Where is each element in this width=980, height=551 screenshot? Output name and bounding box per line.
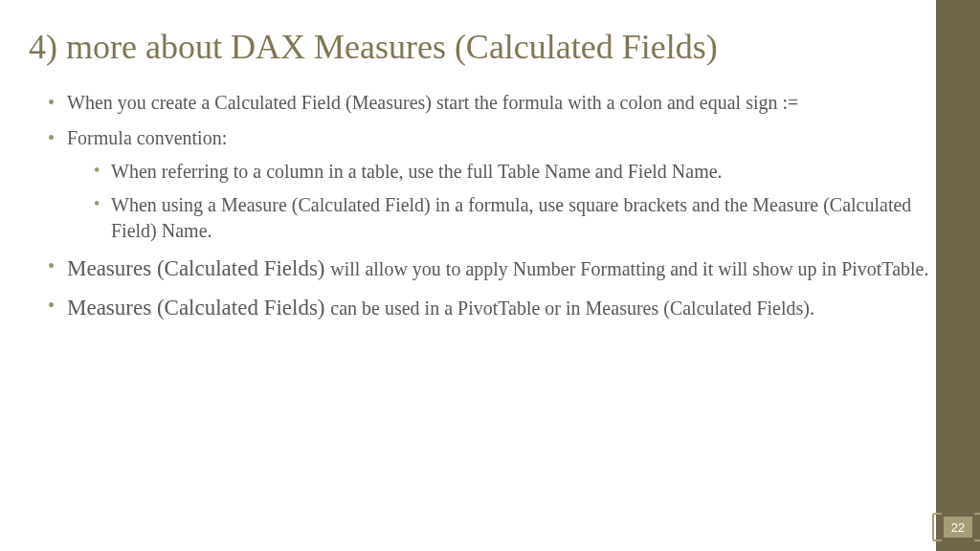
sub-bullet-text: When referring to a column in a table, u…	[111, 161, 723, 182]
slide-title: 4) more about DAX Measures (Calculated F…	[29, 27, 932, 67]
page-number: 22	[951, 520, 965, 535]
bullet-text-emphasis: Measures (Calculated Fields)	[67, 256, 330, 280]
bullet-text: Formula convention:	[67, 127, 227, 148]
slide-content: 4) more about DAX Measures (Calculated F…	[0, 0, 980, 322]
bracket-right-icon	[974, 513, 980, 541]
sub-bullet-item: When using a Measure (Calculated Field) …	[94, 192, 932, 244]
sub-bullet-list: When referring to a column in a table, u…	[67, 159, 932, 244]
bullet-item: Measures (Calculated Fields) will allow …	[48, 253, 932, 283]
bracket-left-icon	[932, 513, 942, 541]
bullet-item: Measures (Calculated Fields) can be used…	[48, 293, 932, 322]
sub-bullet-text: When using a Measure (Calculated Field) …	[111, 194, 911, 241]
side-accent-bar	[936, 0, 980, 551]
page-number-container: 22	[932, 509, 980, 551]
bullet-text: can be used in a PivotTable or in Measur…	[330, 298, 814, 319]
page-number-badge: 22	[944, 517, 972, 538]
sub-bullet-item: When referring to a column in a table, u…	[94, 159, 932, 185]
bullet-item: When you create a Calculated Field (Meas…	[48, 90, 932, 116]
bullet-text-emphasis: Measures (Calculated Fields)	[67, 296, 330, 320]
bullet-text: When you create a Calculated Field (Meas…	[67, 92, 798, 113]
bullet-list: When you create a Calculated Field (Meas…	[29, 90, 932, 322]
bullet-item: Formula convention: When referring to a …	[48, 125, 932, 244]
bullet-text: will allow you to apply Number Formattin…	[330, 258, 928, 279]
